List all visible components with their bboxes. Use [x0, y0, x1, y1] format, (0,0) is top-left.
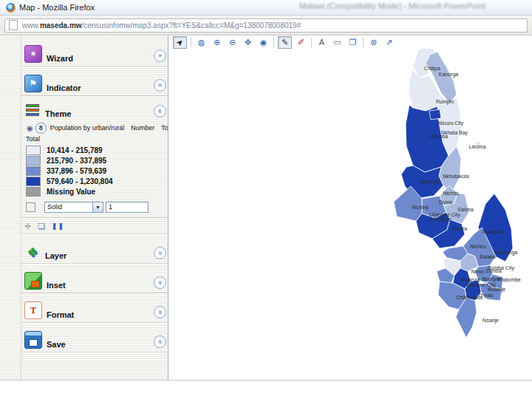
district-label: Mchinji — [412, 205, 429, 211]
legend-range-label: 215,790 - 337,895 — [47, 157, 106, 165]
format-expand-button[interactable]: » — [154, 306, 166, 318]
save-icon — [24, 331, 42, 349]
draw-tool[interactable]: ✎ — [278, 36, 292, 49]
globe-grid-tool[interactable]: ⊛ — [367, 37, 380, 48]
divider — [21, 95, 168, 97]
indicator-expand-button[interactable]: » — [154, 79, 166, 92]
indicator-subgroup: Total — [161, 124, 168, 132]
panel-indicator[interactable]: ⚑ Indicator » — [21, 68, 168, 95]
pan-tool[interactable]: ✥ — [242, 37, 254, 48]
legend-swatch[interactable] — [26, 156, 41, 166]
link-icon[interactable]: 8 — [35, 123, 47, 134]
style-checkbox[interactable] — [26, 202, 35, 212]
district-label: Mwanza — [460, 277, 480, 282]
district-label: Salima — [457, 207, 474, 212]
wizard-expand-button[interactable]: » — [154, 50, 166, 62]
district-label: Nkhotakota — [443, 174, 469, 179]
selected-indicator-row[interactable]: ◉ 8 Population by urban/ruralNumberTotal — [24, 122, 168, 134]
url-toolbar: www.maseda.mw/censusinfomw/map3.aspx?ft=… — [0, 16, 532, 35]
legend-range-label: 10,414 - 215,789 — [47, 146, 103, 154]
legend-range-label: Missing Value — [47, 188, 95, 196]
font-size-tool[interactable]: A — [316, 37, 328, 48]
full-extent-tool[interactable]: ◍ — [195, 37, 208, 48]
sidebar: ✶ Wizard » ⚑ Indicator » Theme » ◉ 8 Pop… — [21, 35, 168, 380]
legend-swatch[interactable] — [26, 166, 41, 176]
district-label: Zomba — [485, 268, 502, 273]
district-label: Kasungu — [420, 179, 440, 185]
district-label: Rumphi — [436, 99, 454, 105]
ruler-tool[interactable]: ▭ — [331, 37, 344, 48]
inset-expand-button[interactable]: » — [154, 276, 166, 289]
panel-layer[interactable]: ❖ Layer » — [21, 236, 168, 262]
panel-layer-label: Layer — [45, 251, 154, 260]
zoom-out-tool[interactable]: ⊖ — [226, 37, 239, 48]
inset-icon — [24, 272, 42, 290]
legend-swatch[interactable] — [26, 146, 41, 155]
chart-columns-icon[interactable]: ❚❚ — [52, 222, 64, 230]
panel-format-label: Format — [47, 310, 154, 319]
panel-inset-label: Inset — [47, 281, 154, 290]
move-icon[interactable]: ✛ — [24, 222, 31, 231]
district-mzuzu-city[interactable] — [429, 109, 441, 120]
url-text: www.maseda.mw/censusinfomw/map3.aspx?ft=… — [22, 21, 301, 30]
panel-theme-label: Theme — [45, 109, 154, 118]
divider — [21, 263, 168, 265]
globe-export-tool[interactable]: ⇗ — [383, 37, 395, 48]
district-label: Mangochi — [482, 229, 505, 235]
globe-icon: ◉ — [27, 124, 33, 132]
district-label: Ntchisi — [443, 191, 458, 196]
panel-wizard[interactable]: ✶ Wizard » — [21, 38, 168, 65]
toolbar-separator — [273, 38, 274, 47]
district-label: Nsanje — [482, 318, 499, 324]
layer-icon: ❖ — [24, 244, 41, 260]
save-expand-button[interactable]: » — [154, 335, 166, 348]
layer-expand-button[interactable]: » — [154, 247, 166, 259]
identify-tool[interactable]: ◉ — [257, 37, 270, 48]
legend-swatch[interactable] — [26, 177, 41, 186]
url-input[interactable]: www.maseda.mw/censusinfomw/map3.aspx?ft=… — [4, 18, 528, 33]
district-label: Mzuzu City — [438, 120, 464, 126]
toolbar-separator — [363, 38, 364, 47]
firefox-icon — [6, 3, 16, 13]
panel-inset[interactable]: Inset » — [21, 265, 168, 292]
district-label: Ntcheu — [470, 244, 486, 249]
district-label: Dedza — [452, 226, 467, 231]
map-area: ➤◍⊕⊖✥◉✎✐A▭❐⊛⇗ ChitipaKarongaRumphiMzuzu … — [168, 35, 532, 380]
indicator-icon: ⚑ — [24, 75, 42, 92]
window-titlebar: Map - Mozilla Firefox Malawi (Compatibil… — [0, 0, 532, 16]
zoom-in-tool[interactable]: ⊕ — [211, 37, 223, 48]
district-label: Chitipa — [424, 66, 440, 72]
divider — [21, 293, 168, 294]
legend-list: 10,414 - 215,789215,790 - 337,895337,896… — [24, 145, 168, 197]
indicator-header: Population by urban/ruralNumberTotal — [50, 124, 168, 132]
district-label: Machinga — [495, 250, 517, 256]
toolbar-separator — [311, 38, 312, 47]
district-label: Likoma — [469, 144, 486, 149]
legend-swatch[interactable] — [26, 187, 41, 197]
window-title: Map - Mozilla Firefox — [19, 3, 95, 12]
theme-icon — [24, 102, 41, 118]
border-width-input[interactable]: 1 — [106, 202, 149, 213]
report-page-icon[interactable]: ❏ — [38, 222, 45, 231]
wizard-icon: ✶ — [24, 45, 42, 63]
fill-style-value: Solid — [47, 203, 62, 211]
divider — [21, 322, 168, 324]
indicator-name: Population by urban/rural — [50, 124, 125, 132]
divider — [21, 233, 168, 235]
legend-title: Total — [26, 135, 168, 143]
map-toolbar: ➤◍⊕⊖✥◉✎✐A▭❐⊛⇗ — [168, 35, 532, 49]
divider — [21, 217, 168, 219]
theme-collapse-button[interactable]: » — [154, 105, 166, 117]
fill-style-select[interactable]: Solid ▼ — [44, 202, 103, 213]
map-layers-tool[interactable]: ❐ — [347, 37, 359, 48]
legend-row: 579,640 - 1,230,804 — [24, 176, 168, 186]
site-favicon — [9, 20, 18, 30]
panel-theme[interactable]: Theme » — [21, 98, 168, 120]
label-draw-tool[interactable]: ✐ — [295, 37, 307, 48]
panel-format[interactable]: T Format » — [21, 295, 168, 321]
district-label: Lilongwe — [431, 216, 451, 222]
panel-save[interactable]: Save » — [21, 324, 168, 351]
panel-indicator-label: Indicator — [47, 83, 154, 92]
pointer-tool[interactable]: ➤ — [173, 36, 187, 49]
chevron-down-icon[interactable]: ▼ — [92, 202, 103, 212]
